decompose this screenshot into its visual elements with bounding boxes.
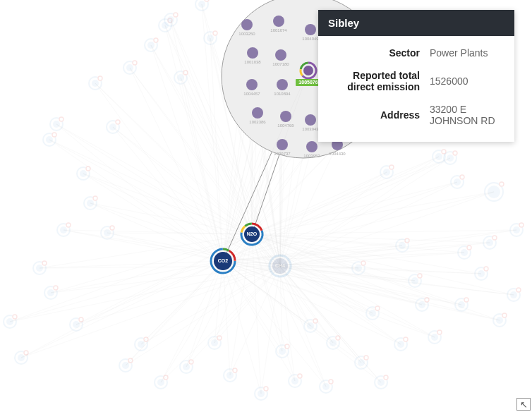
svg-point-373 <box>66 223 71 227</box>
svg-point-382 <box>467 246 471 250</box>
svg-point-280 <box>164 375 168 380</box>
peripheral-node[interactable] <box>180 360 193 373</box>
peripheral-node[interactable] <box>380 165 394 178</box>
svg-point-250 <box>86 166 90 171</box>
svg-point-346 <box>500 182 504 186</box>
svg-point-303 <box>322 383 330 390</box>
svg-point-297 <box>258 390 265 397</box>
svg-point-286 <box>205 0 209 1</box>
svg-point-205 <box>305 24 316 35</box>
hub-node-CH4[interactable]: CH4 <box>270 255 291 277</box>
svg-point-237 <box>53 121 60 128</box>
peripheral-node[interactable] <box>320 380 333 393</box>
svg-point-283 <box>189 360 193 364</box>
svg-point-282 <box>183 363 190 370</box>
svg-point-372 <box>60 226 67 234</box>
peripheral-node[interactable] <box>84 196 97 210</box>
svg-point-324 <box>418 301 425 308</box>
svg-point-240 <box>36 265 43 272</box>
svg-point-385 <box>418 274 422 278</box>
svg-point-247 <box>79 317 83 322</box>
svg-text:N2O: N2O <box>247 231 258 236</box>
peripheral-node[interactable] <box>428 330 442 344</box>
svg-point-360 <box>369 310 376 317</box>
peripheral-node[interactable] <box>493 313 507 327</box>
peripheral-node[interactable] <box>394 337 408 351</box>
tooltip-value: 1526000 <box>430 75 504 87</box>
svg-text:1004049: 1004049 <box>302 37 319 41</box>
svg-point-249 <box>80 170 87 177</box>
svg-point-316 <box>404 337 408 341</box>
svg-point-370 <box>93 196 97 200</box>
svg-line-19 <box>76 261 223 325</box>
svg-point-292 <box>217 336 222 340</box>
peripheral-node[interactable] <box>174 71 188 84</box>
peripheral-node[interactable] <box>355 356 368 369</box>
hub-node-CO2[interactable]: CO2 <box>211 249 235 273</box>
svg-point-231 <box>18 354 25 361</box>
peripheral-node[interactable] <box>276 344 289 358</box>
svg-point-336 <box>458 301 465 308</box>
peripheral-node[interactable] <box>366 306 380 320</box>
peripheral-node[interactable] <box>50 117 64 131</box>
peripheral-node[interactable] <box>375 375 388 389</box>
peripheral-node[interactable] <box>255 387 268 400</box>
peripheral-node[interactable] <box>119 358 133 372</box>
svg-point-307 <box>336 336 340 340</box>
svg-text:1001038: 1001038 <box>244 60 261 64</box>
peripheral-node[interactable] <box>289 374 302 387</box>
tooltip-value: 33200 E JOHNSON RD <box>430 104 504 126</box>
svg-text:1010894: 1010894 <box>274 92 291 96</box>
peripheral-node[interactable] <box>455 298 468 311</box>
svg-point-253 <box>98 76 102 80</box>
svg-point-207 <box>247 47 258 59</box>
svg-point-333 <box>454 178 461 186</box>
peripheral-node[interactable] <box>224 368 237 382</box>
peripheral-node[interactable] <box>123 61 137 74</box>
peripheral-node[interactable] <box>155 375 168 389</box>
peripheral-node[interactable] <box>485 182 504 201</box>
hub-node-N2O[interactable]: N2O <box>241 224 262 245</box>
peripheral-node[interactable] <box>4 315 17 328</box>
svg-point-363 <box>307 322 314 329</box>
svg-point-221 <box>277 139 288 150</box>
svg-point-288 <box>207 35 214 42</box>
svg-point-209 <box>275 49 286 61</box>
svg-point-285 <box>198 1 205 8</box>
svg-line-101 <box>280 157 439 266</box>
reset-view-icon[interactable]: ↖ <box>516 398 531 411</box>
peripheral-node[interactable] <box>304 319 318 332</box>
peripheral-node[interactable] <box>107 120 120 133</box>
peripheral-node[interactable] <box>89 76 102 90</box>
svg-point-274 <box>183 71 188 75</box>
peripheral-node[interactable] <box>15 351 28 364</box>
tooltip-row: Address33200 E JOHNSON RD <box>328 98 504 132</box>
svg-point-295 <box>233 368 237 372</box>
peripheral-node[interactable] <box>77 166 90 180</box>
svg-point-376 <box>285 344 289 349</box>
peripheral-node[interactable] <box>510 223 524 236</box>
svg-point-330 <box>447 154 454 162</box>
svg-point-306 <box>330 339 337 346</box>
svg-point-358 <box>437 330 442 334</box>
peripheral-node[interactable] <box>145 38 158 52</box>
peripheral-node[interactable] <box>57 223 71 236</box>
svg-line-20 <box>76 266 280 325</box>
svg-text:CO2: CO2 <box>218 258 229 263</box>
svg-point-364 <box>313 319 318 323</box>
svg-text:CH4: CH4 <box>275 263 285 268</box>
svg-point-340 <box>484 267 488 271</box>
svg-point-345 <box>488 186 500 198</box>
svg-text:1003952: 1003952 <box>303 154 320 158</box>
svg-point-219 <box>305 114 316 126</box>
peripheral-node[interactable] <box>70 317 83 331</box>
svg-point-301 <box>298 374 302 378</box>
svg-text:1001074: 1001074 <box>270 28 287 32</box>
svg-point-232 <box>24 351 28 355</box>
svg-point-322 <box>405 238 409 243</box>
svg-point-217 <box>280 111 291 122</box>
svg-line-37 <box>126 261 223 365</box>
svg-point-201 <box>241 19 253 30</box>
peripheral-node[interactable] <box>451 175 464 188</box>
peripheral-node[interactable] <box>43 133 56 146</box>
